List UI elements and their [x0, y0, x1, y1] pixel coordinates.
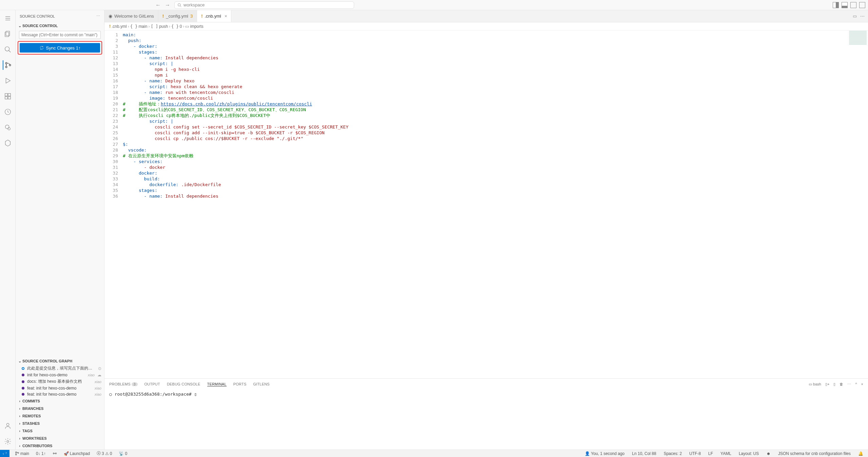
language-mode[interactable]: YAML [719, 451, 733, 456]
svg-rect-5 [6, 31, 9, 36]
svg-point-11 [9, 64, 11, 66]
split-editor-icon[interactable]: ▭ [853, 14, 857, 19]
layout-status[interactable]: Layout: US [737, 451, 760, 456]
branch-indicator[interactable]: main [14, 451, 31, 456]
editor[interactable]: 1231112131415161718192021222324252627282… [104, 31, 868, 378]
command-center[interactable]: workspace [174, 1, 354, 9]
sync-status[interactable]: 0↓ 1↑ [35, 451, 47, 456]
sync-label: Sync Changes 1↑ [46, 45, 81, 51]
svg-point-18 [8, 127, 10, 130]
svg-line-8 [8, 51, 11, 53]
section-contributors[interactable]: ›CONTRIBUTORS [16, 442, 104, 450]
section-tags[interactable]: ›TAGS [16, 427, 104, 435]
stash-icon: ⊙ [98, 366, 101, 371]
indentation-status[interactable]: Spaces: 2 [662, 451, 683, 456]
section-stashes[interactable]: ›STASHES [16, 420, 104, 427]
encoding-status[interactable]: UTF-8 [688, 451, 702, 456]
customize-layout-icon[interactable] [859, 2, 865, 8]
kill-terminal-icon[interactable]: 🗑 [840, 382, 843, 386]
toggle-primary-sidebar-icon[interactable] [833, 2, 839, 8]
svg-point-0 [178, 3, 181, 6]
svg-rect-15 [8, 94, 10, 96]
panel-tab-debug[interactable]: DEBUG CONSOLE [167, 382, 200, 386]
sidebar-header: SOURCE CONTROL ⋯ [16, 10, 104, 22]
launchpad-status[interactable]: 🚀 Launchpad [62, 451, 91, 456]
graph-commit[interactable]: feat: init for hexo-cos-demoxiao [16, 391, 104, 397]
gitlens-inspect-icon[interactable] [3, 123, 13, 132]
nav-back-icon[interactable]: ← [155, 2, 161, 8]
explorer-icon[interactable] [3, 29, 13, 39]
blame-status[interactable]: 👤 You, 1 second ago [583, 451, 626, 456]
svg-rect-14 [8, 97, 10, 99]
gitlens-icon: ◉ [109, 14, 112, 19]
maximize-panel-icon[interactable]: ^ [855, 382, 857, 386]
breadcrumbs[interactable]: ! .cnb.yml› { }main› [ ]push› { }0› ▭imp… [104, 22, 868, 31]
more-actions-icon[interactable]: ⋯ [96, 14, 100, 18]
graph-commit[interactable]: feat: init for hexo-cos-demoxiao [16, 385, 104, 391]
more-editor-actions-icon[interactable]: ⋯ [860, 14, 865, 19]
nav-forward-icon[interactable]: → [165, 2, 170, 8]
cursor-position[interactable]: Ln 10, Col 88 [631, 451, 657, 456]
settings-gear-icon[interactable] [3, 437, 13, 446]
new-terminal-icon[interactable]: ▯ [833, 382, 835, 386]
section-source-control[interactable]: ⌄SOURCE CONTROL [16, 22, 104, 29]
toggle-secondary-sidebar-icon[interactable] [850, 2, 856, 8]
hex-icon[interactable] [3, 138, 13, 148]
svg-point-9 [5, 62, 7, 64]
schema-status[interactable]: JSON schema for cnb configuration files [777, 451, 852, 456]
split-terminal-icon[interactable]: ▯+ [825, 382, 829, 386]
problems-status[interactable]: ⓧ 3 ⚠ 0 [95, 451, 113, 456]
line-numbers: 1231112131415161718192021222324252627282… [104, 31, 123, 378]
toggle-panel-icon[interactable] [842, 2, 848, 8]
search-icon[interactable] [3, 45, 13, 54]
section-branches[interactable]: ›BRANCHES [16, 405, 104, 412]
notifications-icon[interactable]: 🔔 [857, 451, 865, 456]
commit-message-input[interactable] [19, 31, 101, 39]
accounts-icon[interactable] [3, 421, 13, 431]
search-icon [177, 3, 181, 7]
panel-tab-terminal[interactable]: TERMINAL [207, 382, 227, 386]
tab-config-yml[interactable]: !_config.yml3 [158, 10, 197, 22]
svg-rect-13 [5, 97, 7, 99]
feedback-icon[interactable]: ☻ [765, 451, 772, 456]
gitlens-icon[interactable] [3, 107, 13, 117]
graph-commit[interactable]: docs: 增加 hexo 基本操作文档xiao [16, 378, 104, 385]
gitlens-status-icon[interactable] [51, 451, 58, 456]
code-content[interactable]: main: push: - docker: stages: - name: In… [123, 31, 868, 378]
panel-tab-ports[interactable]: PORTS [233, 382, 247, 386]
panel-tab-gitlens[interactable]: GITLENS [253, 382, 269, 386]
sync-changes-button[interactable]: Sync Changes 1↑ [20, 43, 100, 53]
close-tab-icon[interactable]: × [225, 14, 227, 19]
extensions-icon[interactable] [3, 92, 13, 101]
panel-more-icon[interactable]: ⋯ [847, 382, 851, 386]
section-commits[interactable]: ›COMMITS [16, 397, 104, 405]
graph-list: 此处是提交信息，填写完点下面的按钮...⊙ init for hexo-cos-… [16, 365, 104, 397]
svg-point-7 [5, 47, 9, 51]
section-scm-graph[interactable]: ⌄SOURCE CONTROL GRAPH [16, 357, 104, 365]
tab-welcome-gitlens[interactable]: ◉Welcome to GitLens [104, 10, 158, 22]
tab-cnb-yml[interactable]: !.cnb.yml× [197, 10, 231, 22]
commit-input[interactable] [19, 31, 101, 39]
run-debug-icon[interactable] [3, 76, 13, 85]
remote-indicator[interactable] [0, 450, 9, 457]
graph-commit[interactable]: 此处是提交信息，填写完点下面的按钮...⊙ [16, 365, 104, 372]
close-panel-icon[interactable]: × [861, 382, 863, 386]
menu-icon[interactable] [3, 14, 13, 23]
section-worktrees[interactable]: ›WORKTREES [16, 435, 104, 442]
terminal-content[interactable]: ○ root@283255d6a368:/workspace# ▯ [104, 390, 868, 450]
minimap[interactable] [848, 31, 868, 64]
graph-commit[interactable]: init for hexo-cos-demoxiao☁ [16, 372, 104, 378]
ports-status[interactable]: 📡 0 [117, 451, 129, 456]
panel-tab-output[interactable]: OUTPUT [144, 382, 160, 386]
sync-highlight-box: Sync Changes 1↑ [18, 41, 102, 55]
section-remotes[interactable]: ›REMOTES [16, 412, 104, 420]
editor-tabs: ◉Welcome to GitLens !_config.yml3 !.cnb.… [104, 10, 868, 22]
svg-point-23 [18, 452, 19, 453]
source-control-icon[interactable] [3, 60, 12, 70]
layout-controls [833, 2, 865, 8]
terminal-shell-label[interactable]: ▭ bash [809, 382, 821, 386]
eol-status[interactable]: LF [707, 451, 714, 456]
panel-tab-problems[interactable]: PROBLEMS3 [109, 382, 138, 386]
sidebar: SOURCE CONTROL ⋯ ⌄SOURCE CONTROL Sync Ch… [16, 10, 104, 450]
svg-point-25 [55, 453, 56, 454]
